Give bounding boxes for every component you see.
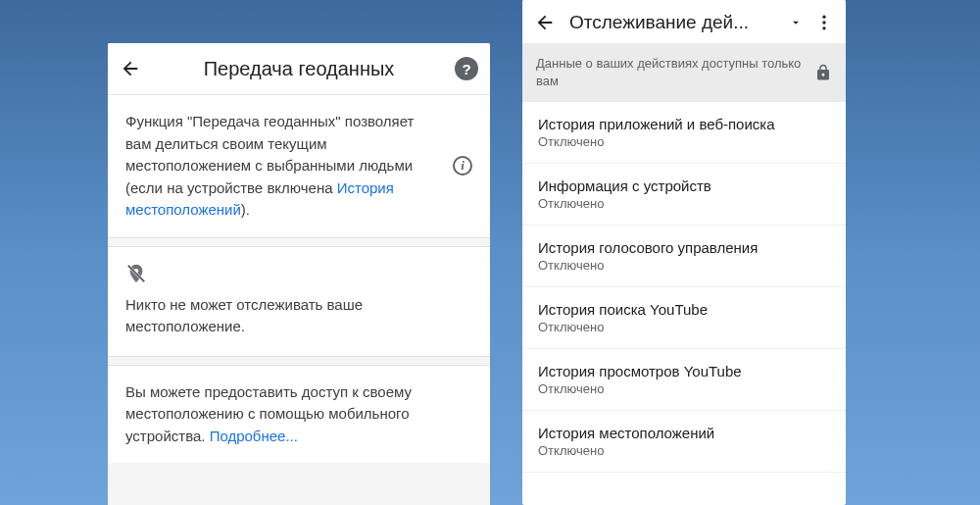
setting-item[interactable]: История приложений и веб-поискаОтключено [522,102,846,164]
setting-status: Отключено [538,381,830,396]
setting-title: Информация с устройств [538,177,830,194]
privacy-notice: Данные о ваших действиях доступны только… [522,43,846,102]
setting-title: История приложений и веб-поиска [538,116,830,132]
lock-icon [814,64,832,81]
setting-item[interactable]: История местоположенийОтключено [522,411,846,473]
more-vert-icon[interactable] [814,13,834,32]
setting-title: История местоположений [538,425,830,441]
setting-status: Отключено [538,134,830,149]
setting-item[interactable]: Информация с устройствОтключено [522,164,846,226]
svg-point-2 [822,26,825,29]
svg-point-0 [822,16,825,19]
setting-item[interactable]: История просмотров YouTubeОтключено [522,349,846,411]
back-arrow-icon[interactable] [120,58,141,79]
help-icon[interactable]: ? [455,57,478,80]
svg-point-1 [822,21,825,24]
page-title: Отслеживание дей... [569,12,777,33]
setting-status: Отключено [538,320,830,334]
setting-item[interactable]: История поиска YouTubeОтключено [522,287,846,349]
setting-item[interactable]: История голосового управленияОтключено [522,226,846,287]
setting-title: История просмотров YouTube [538,363,830,379]
location-off-icon [125,263,472,284]
access-text: Вы можете предоставить доступ к своему м… [125,381,472,448]
learn-more-link[interactable]: Подробнее... [210,428,298,444]
setting-status: Отключено [538,443,830,458]
header: Передача геоданных ? [108,43,490,94]
access-card: Вы можете предоставить доступ к своему м… [108,365,490,464]
setting-title: История поиска YouTube [538,301,830,318]
setting-status: Отключено [538,258,830,273]
privacy-text: Данные о ваших действиях доступны только… [536,55,805,90]
info-icon[interactable]: i [453,156,472,176]
settings-list: История приложений и веб-поискаОтключено… [522,102,846,473]
back-arrow-icon[interactable] [534,12,556,33]
description-text: Функция "Передача геоданных" позволяет в… [125,111,443,222]
setting-status: Отключено [538,196,830,211]
description-part2: ). [241,201,250,218]
location-sharing-screen: Передача геоданных ? Функция "Передача г… [108,43,490,505]
nobody-tracking-card: Никто не может отслеживать ваше местопол… [108,246,490,357]
page-title: Передача геоданных [143,58,455,80]
description-card: Функция "Передача геоданных" позволяет в… [108,94,490,238]
info-icon-container: i [453,156,472,176]
nobody-tracking-text: Никто не может отслеживать ваше местопол… [125,294,472,338]
setting-title: История голосового управления [538,239,830,256]
chevron-down-icon[interactable] [789,16,803,29]
activity-tracking-screen: Отслеживание дей... Данные о ваших дейст… [522,0,846,505]
header: Отслеживание дей... [522,0,846,43]
